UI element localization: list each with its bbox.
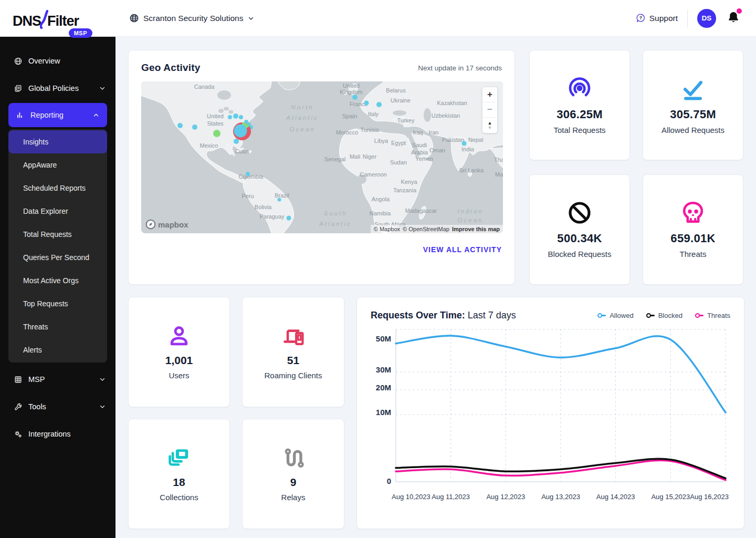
map-activity-dot[interactable] [376,102,382,107]
sidebar-item-msp[interactable]: MSP [0,366,116,393]
sidebar: OverviewGlobal PoliciesReportingInsights… [0,37,116,538]
sidebar-subitem-data-explorer[interactable]: Data Explorer [8,200,107,223]
sidebar-subitem-top-requests[interactable]: Top Requests [8,292,107,315]
sidebar-item-label: Overview [28,57,60,65]
requests-over-time-card: Requests Over Time: Last 7 days AllowedB… [356,297,744,529]
chart-title-bold: Requests Over Time: [371,310,465,320]
map-label: Angola [372,196,390,202]
sidebar-item-intergrations[interactable]: Intergrations [0,420,116,448]
map-label: Kenya [401,179,417,185]
map-label: Spain [342,113,357,119]
map-activity-dot[interactable] [278,198,281,202]
sidebar-subitem-most-active-orgs[interactable]: Most Active Orgs [8,269,107,292]
tile-card-collections: 18Collections [128,419,230,529]
map-zoom-out-button[interactable]: − [482,102,497,118]
sidebar-subitem-scheduled-reports[interactable]: Scheduled Reports [8,177,107,200]
map-pitch-control[interactable]: ▲▼ [482,118,497,133]
map-activity-dot[interactable] [177,123,183,128]
sidebar-subitem-insights[interactable]: Insights [8,130,107,153]
legend-item-blocked[interactable]: Blocked [646,312,682,319]
geo-map[interactable]: CanadaUnitedStatesMexicoCubaColombiaPeru… [141,81,503,233]
sidebar-subitem-queries-per-second[interactable]: Queries Per Second [8,246,107,269]
map-label: Kazakhstan [437,100,467,106]
skull-icon [680,200,706,225]
map-label: Kingdom [340,89,362,95]
stat-value: 500.34K [557,232,602,245]
stat-label: Threats [680,250,707,258]
sidebar-item-reporting[interactable]: Reporting [8,103,107,127]
map-activity-dot[interactable] [364,101,369,106]
sidebar-item-label: Tools [28,402,46,411]
map-label: Paraguay [259,213,285,220]
svg-text:10M: 10M [376,408,391,417]
map-activity-dot[interactable] [228,115,232,119]
map-activity-dot[interactable] [246,172,250,176]
stat-value: 9 [290,476,297,489]
attrib-improve-link[interactable]: Improve this map [452,226,500,232]
stat-value: 306.25M [556,108,603,121]
svg-text:30M: 30M [376,365,391,374]
legend-item-allowed[interactable]: Allowed [597,312,634,319]
stat-value: 1,001 [165,354,193,367]
map-label: Colombia [239,173,264,180]
pages-icon [14,84,23,93]
support-button[interactable]: ? Support [636,13,678,23]
svg-text:50M: 50M [376,334,391,343]
stat-card-threats: 659.01KThreats [643,174,743,285]
sidebar-subitem-alerts[interactable]: Alerts [8,338,107,361]
map-label: Niger [363,153,377,160]
map-attribution: © Mapbox © OpenStreetMap Improve this ma… [371,225,503,233]
mapbox-logo[interactable]: mapbox [145,219,188,230]
map-activity-dot[interactable] [233,113,238,119]
map-zoom-controls: + − ▲▼ [482,87,498,133]
map-label: Morocco [336,129,358,136]
wrench-icon [14,402,23,411]
map-label: States [207,120,224,127]
map-label: India [461,146,475,152]
user-avatar[interactable]: DS [697,9,716,28]
attrib-mapbox-link[interactable]: © Mapbox [374,226,400,232]
sidebar-subitem-appaware[interactable]: AppAware [8,153,107,177]
map-label: Oman [429,147,445,153]
globe-icon [129,13,139,23]
map-activity-dot[interactable] [239,115,243,119]
sidebar-item-tools[interactable]: Tools [0,393,116,420]
map-label: Iraq [413,129,423,136]
notifications-button[interactable] [726,9,741,27]
app-header: DNS Filter MSP Scranton Security Solutio… [0,0,756,37]
tile-card-roaming-clients: 51Roaming Clients [242,297,344,407]
org-name: Scranton Security Solutions [143,14,243,23]
attrib-osm-link[interactable]: © OpenStreetMap [403,226,449,232]
stat-label: Users [169,371,189,380]
svg-text:?: ? [639,15,642,20]
mapbox-logo-text: mapbox [158,220,188,229]
map-activity-dot[interactable] [192,125,197,130]
chevron-down-icon [99,376,106,383]
map-zoom-in-button[interactable]: + [482,87,497,102]
map-label: Nepal [468,137,484,143]
map-activity-dot[interactable] [352,95,358,100]
org-switcher[interactable]: Scranton Security Solutions [129,13,255,23]
map-label: Canada [194,84,215,90]
map-label: Cameroon [360,171,386,178]
sidebar-item-global-policies[interactable]: Global Policies [0,75,116,102]
logo-text-dns: DNS [13,13,41,29]
broadcast-icon [567,76,592,101]
map-activity-dot[interactable] [462,141,467,146]
sidebar-item-label: Global Policies [28,84,79,92]
map-cluster-marker[interactable] [233,122,251,140]
stat-label: Blocked Requests [548,250,612,258]
sidebar-subitem-threats[interactable]: Threats [8,315,107,338]
header-divider [687,9,688,27]
chevron-down-icon [99,403,106,410]
map-activity-dot[interactable] [213,130,220,137]
sidebar-subitem-total-requests[interactable]: Total Requests [8,223,107,246]
sidebar-item-overview[interactable]: Overview [0,47,116,75]
app-logo[interactable]: DNS Filter MSP [13,7,97,29]
view-all-activity-link[interactable]: VIEW ALL ACTIVITY [423,245,502,254]
geo-activity-card: Geo Activity Next update in 17 seconds [128,50,515,285]
map-activity-dot[interactable] [234,139,239,144]
map-label: Sri Lanka [459,167,484,173]
legend-item-threats[interactable]: Threats [695,312,730,319]
map-activity-dot[interactable] [287,216,291,221]
